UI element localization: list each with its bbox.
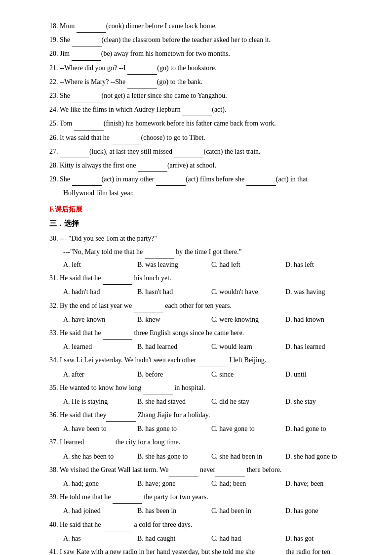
q36-blank [106, 409, 136, 422]
q38-optD: D. have; been [285, 477, 359, 490]
question-33: 33. He said that he three English songs … [49, 327, 353, 340]
q29-verb1: (act) in many other [102, 175, 156, 183]
q31-options: A. hadn't had B. hasn't had C. wouldn't … [63, 286, 353, 298]
q33-blank [103, 327, 132, 340]
q32-text: 32. By the end of last year we each othe… [49, 302, 232, 309]
q25-text: 25. Tom [49, 120, 74, 127]
q30-optC: C. had left [211, 258, 285, 271]
q31-optB: B. hasn't had [137, 286, 211, 298]
q35-optB: B. she had stayed [137, 395, 211, 408]
question-19: 19. She (clean) the classroom before the… [49, 34, 353, 46]
q36-optC: C. have gone to [211, 423, 285, 435]
q34-options: A. after B. before C. since D. until [63, 368, 353, 381]
q31-optA: A. hadn't had [63, 286, 137, 298]
question-22: 22. --Where is Mary? --She (go) to the b… [49, 76, 353, 88]
question-25: 25. Tom (finish) his homework before his… [49, 117, 353, 130]
q22-verb: (go) to the bank. [157, 78, 203, 85]
question-21: 21. --Where did you go? --I (go) to the … [49, 62, 353, 75]
question-26: 26. It was said that he (choose) to go t… [49, 131, 353, 144]
q33-optD: D. has learned [285, 341, 359, 353]
q35-blank [143, 382, 173, 394]
q37-optC: C. she had been in [211, 450, 285, 463]
q28-blank [138, 159, 167, 172]
q40-optC: C. had had [211, 532, 285, 545]
q40-options: A. has B. had caught C. had had D. has g… [63, 532, 353, 545]
q18-num: 18. Mum [49, 22, 77, 30]
q31-optD: D. was having [285, 286, 359, 298]
q39-optD: D. has gone [285, 505, 359, 517]
q28-verb: (arrive) at school. [167, 162, 216, 169]
q21-blank [127, 62, 157, 75]
q37-blank [84, 436, 114, 449]
q39-options: A. had joined B. has been in C. had been… [63, 505, 353, 517]
question-31: 31. He said that he his lunch yet. [49, 272, 353, 285]
q30-optA: A. left [63, 258, 137, 271]
q29-continuation: Hollywood film last year. [63, 187, 353, 199]
q23-blank [72, 89, 102, 102]
q40-optA: A. has [63, 532, 137, 545]
q30-optB: B. was leaving [137, 258, 211, 271]
q27-blank2 [174, 145, 203, 158]
q36-optB: B. has gone to [137, 423, 211, 435]
q25-verb: (finish) his homework before his father … [104, 120, 276, 127]
q31-text: 31. He said that he his lunch yet. [49, 274, 171, 282]
q33-optC: C. would learn [211, 341, 285, 353]
q27-verb1: (luck), at last they still missed [89, 148, 174, 155]
question-38: 38. We visited the Great Wall last term.… [49, 464, 353, 476]
q29-verb3: (act) in that [276, 175, 308, 183]
q27-verb2: (catch) the last train. [203, 148, 260, 155]
q36-options: A. have been to B. has gone to C. have g… [63, 423, 353, 435]
q26-text: 26. It was said that he [49, 134, 112, 141]
q32-optB: B. knew [137, 313, 211, 326]
q39-blank [113, 491, 142, 504]
q37-text: 37. I learned the city for a long time. [49, 438, 180, 446]
q19-text: 19. She [49, 36, 72, 43]
q38-options: A. had; gone B. have; gone C. had; been … [63, 477, 353, 490]
q38-text: 38. We visited the Great Wall last term.… [49, 466, 281, 473]
q34-optB: B. before [137, 368, 211, 381]
q35-optC: C. did he stay [211, 395, 285, 408]
q29-text: 29. She [49, 175, 72, 183]
q23-verb: (not get) a letter since she came to Yan… [102, 92, 227, 99]
q20-blank [72, 47, 101, 60]
question-37: 37. I learned the city for a long time. [49, 436, 353, 449]
q29-blank3 [246, 173, 276, 186]
q40-optB: B. had caught [137, 532, 211, 545]
q27-blank1 [60, 145, 89, 158]
q35-text: 35. He wanted to know how long in hospit… [49, 384, 205, 391]
question-29: 29. She (act) in many other (act) films … [49, 173, 353, 186]
q30-text: 30. --- "Did you see Tom at the party?" [49, 235, 157, 242]
q36-text: 36. He said that they Zhang Jiajie for a… [49, 411, 210, 419]
q26-blank [112, 131, 141, 144]
question-40: 40. He said that he a cold for three day… [49, 518, 353, 531]
q39-optC: C. had been in [211, 505, 285, 517]
q30-optD: D. has left [285, 258, 359, 271]
q29-blank1 [72, 173, 102, 186]
q20-text: 20. Jim [49, 50, 72, 57]
q33-text: 33. He said that he three English songs … [49, 329, 244, 337]
q41-text: 41. I saw Kate with a new radio in her h… [49, 548, 330, 555]
q33-options: A. learned B. had learned C. would learn… [63, 341, 353, 353]
q38-optC: C. had; been [211, 477, 285, 490]
q34-optA: A. after [63, 368, 137, 381]
q32-optD: D. had known [285, 313, 359, 326]
q26-verb: (choose) to go to Tibet. [141, 134, 205, 141]
q18-verb: (cook) dinner before I came back home. [106, 22, 217, 30]
q30-blank [145, 246, 174, 258]
q21-text: 21. --Where did you go? --I [49, 64, 127, 72]
q36-optA: A. have been to [63, 423, 137, 435]
q38-optA: A. had; gone [63, 477, 137, 490]
question-35: 35. He wanted to know how long in hospit… [49, 382, 353, 394]
q29-blank2 [156, 173, 186, 186]
question-41: 41. I saw Kate with a new radio in her h… [49, 546, 353, 555]
q37-optB: B. she has gone to [137, 450, 211, 463]
q32-options: A. have known B. knew C. were knowing D.… [63, 313, 353, 326]
q33-optB: B. had learned [137, 341, 211, 353]
q35-optA: A. He is staying [63, 395, 137, 408]
q37-optD: D. she had gone to [285, 450, 359, 463]
question-32: 32. By the end of last year we each othe… [49, 299, 353, 312]
section-3-header: 三．选择 [49, 217, 353, 230]
q19-verb: (clean) the classroom before the teacher… [102, 36, 271, 43]
question-30: 30. --- "Did you see Tom at the party?" [49, 232, 353, 245]
q37-optA: A. she has been to [63, 450, 137, 463]
